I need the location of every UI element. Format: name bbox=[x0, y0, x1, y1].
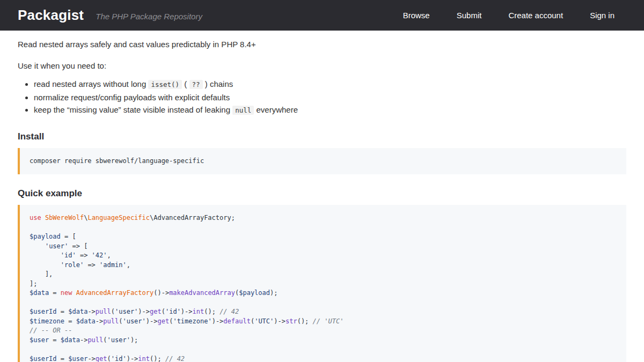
install-code-block: composer require sbwerewolf/language-spe… bbox=[18, 148, 626, 175]
site-tagline: The PHP Package Repository bbox=[96, 12, 202, 21]
readme-content: Read nested arrays safely and cast value… bbox=[0, 40, 644, 362]
header: Packagist The PHP Package Repository Bro… bbox=[0, 0, 644, 31]
use-case-item: read nested arrays without long isset() … bbox=[34, 78, 626, 91]
inline-code: ?? bbox=[189, 80, 203, 89]
nav-browse[interactable]: Browse bbox=[403, 11, 430, 20]
use-case-item: normalize request/config payloads with e… bbox=[34, 91, 626, 104]
packagist-logo[interactable]: Packagist bbox=[18, 7, 84, 24]
install-heading: Install bbox=[18, 131, 626, 142]
header-nav: Browse Submit Create account Sign in bbox=[403, 11, 614, 20]
inline-code: isset() bbox=[148, 80, 182, 89]
readme-intro: Read nested arrays safely and cast value… bbox=[18, 40, 626, 49]
nav-submit[interactable]: Submit bbox=[457, 11, 482, 20]
inline-code: null bbox=[232, 106, 254, 115]
readme-use-when: Use it when you need to: bbox=[18, 61, 626, 70]
nav-create-account[interactable]: Create account bbox=[508, 11, 563, 20]
quick-example-heading: Quick example bbox=[18, 188, 626, 199]
nav-sign-in[interactable]: Sign in bbox=[590, 11, 614, 20]
example-code-block: use SbWereWolf\LanguageSpecific\Advanced… bbox=[18, 205, 626, 362]
use-case-item: keep the “missing value” state visible i… bbox=[34, 104, 626, 117]
use-case-list: read nested arrays without long isset() … bbox=[18, 78, 626, 117]
